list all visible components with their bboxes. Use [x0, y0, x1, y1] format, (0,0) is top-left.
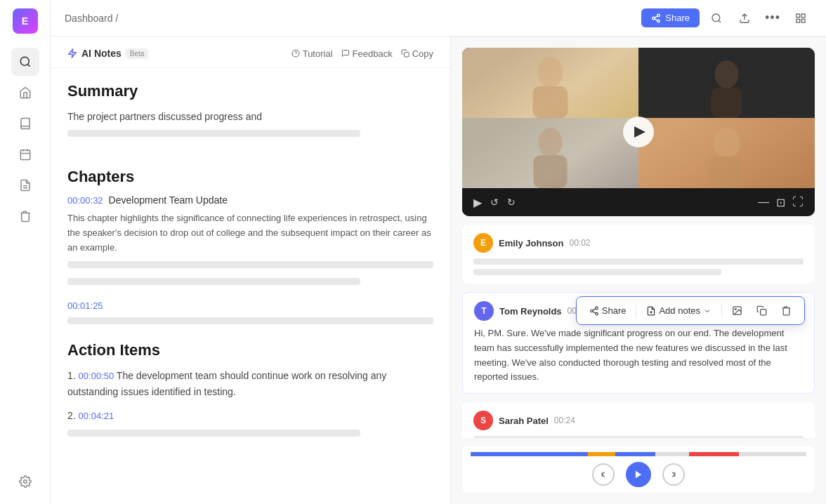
avatar-tom: T [474, 301, 494, 321]
video-fullscreen-small-btn[interactable]: ⊡ [776, 196, 785, 209]
comment-item-emily: E Emily Johnson 00:02 [462, 225, 815, 284]
toolbar-divider-1 [636, 304, 636, 318]
chapter-title-row-1: 00:00:32 Development Team Update [67, 194, 433, 206]
play-button[interactable] [623, 117, 654, 147]
avatar-emily: E [473, 233, 493, 253]
svg-point-33 [596, 307, 598, 310]
copy-toolbar-icon [756, 305, 767, 316]
progress-rewind-button[interactable] [592, 463, 615, 486]
svg-rect-30 [534, 155, 568, 188]
comment-header-sarah: S Sarah Patel 00:24 [473, 411, 804, 430]
content-area: AI Notes Beta Tutorial Feedback [51, 37, 826, 504]
ai-notes-title: AI Notes Beta [67, 48, 148, 59]
progress-track[interactable] [471, 452, 806, 456]
video-cell-1 [462, 48, 638, 118]
chapters-section: Chapters 00:00:32 Development Team Updat… [67, 168, 433, 324]
progress-forward-button[interactable] [662, 463, 685, 486]
upload-button[interactable] [733, 7, 756, 29]
chapter-1-title: Development Team Update [109, 194, 228, 206]
feedback-button[interactable]: Feedback [341, 48, 393, 59]
toolbar-image-button[interactable] [728, 303, 747, 319]
action-items-section: Action Items 1. 00:00:50 The development… [67, 341, 433, 437]
chapter-2-timestamp[interactable]: 00:01:25 [67, 300, 103, 311]
beta-badge: Beta [126, 48, 149, 59]
chevron-down-icon [703, 307, 712, 315]
svg-point-31 [714, 128, 740, 159]
notes-content: Summary The project partners discussed p… [51, 68, 450, 504]
video-forward-btn[interactable]: ↻ [507, 197, 516, 208]
comment-text-tom: Hi, PM. Sure. We've made significant pro… [474, 326, 803, 385]
play-icon [634, 126, 645, 138]
svg-point-14 [712, 14, 720, 22]
svg-rect-42 [761, 310, 766, 315]
sidebar-item-notes[interactable] [11, 171, 39, 199]
svg-rect-26 [533, 86, 568, 118]
toolbar-share-button[interactable]: Share [585, 303, 631, 319]
chapter-1-desc: This chapter highlights the significance… [67, 211, 433, 255]
sidebar-item-home[interactable] [11, 79, 39, 107]
toolbar-delete-button[interactable] [777, 303, 796, 319]
sidebar-item-trash[interactable] [11, 202, 39, 230]
main-area: Dashboard / Share ••• [51, 0, 826, 504]
video-play-btn[interactable]: ▶ [473, 196, 482, 209]
breadcrumb-home[interactable]: Dashboard [65, 13, 113, 24]
notes-header: AI Notes Beta Tutorial Feedback [51, 37, 450, 68]
svg-rect-18 [801, 14, 805, 18]
action-2-timestamp[interactable]: 00:04:21 [79, 411, 114, 421]
search-button[interactable] [705, 7, 728, 29]
toolbar-add-notes-button[interactable]: Add notes [642, 303, 716, 319]
svg-rect-2 [20, 150, 30, 160]
action-1-timestamp[interactable]: 00:00:50 [79, 371, 114, 381]
svg-line-12 [655, 18, 657, 20]
chapter-item-2: 00:01:25 [67, 299, 433, 324]
progress-segment-2 [588, 452, 615, 456]
video-fullscreen-btn[interactable]: ⛶ [792, 196, 804, 208]
progress-play-button[interactable] [626, 462, 651, 487]
svg-point-41 [735, 308, 736, 310]
copy-icon [401, 49, 409, 58]
chapter-1-placeholder-2 [67, 278, 360, 285]
comment-time-emily: 00:02 [569, 238, 590, 248]
progress-bar-container [462, 446, 815, 493]
comment-name-emily: Emily Johnson [499, 238, 563, 248]
chapter-1-timestamp[interactable]: 00:00:32 [67, 195, 103, 206]
feedback-icon [341, 49, 350, 58]
video-cell-4 [638, 118, 815, 188]
sidebar-item-search[interactable] [11, 48, 39, 76]
tutorial-button[interactable]: Tutorial [291, 48, 333, 59]
svg-marker-21 [69, 49, 77, 58]
progress-segment-1 [471, 452, 588, 456]
sidebar-item-settings[interactable] [11, 467, 39, 496]
svg-line-13 [655, 15, 657, 17]
chapter-item-1: 00:00:32 Development Team Update This ch… [67, 194, 433, 284]
share-button[interactable]: Share [641, 8, 700, 27]
layout-button[interactable] [789, 7, 812, 29]
video-rewind-btn[interactable]: ↺ [490, 197, 499, 208]
comment-name-tom: Tom Reynolds [499, 306, 562, 317]
svg-point-9 [657, 14, 660, 17]
video-volume-btn[interactable]: — [758, 196, 769, 208]
svg-point-8 [23, 480, 27, 484]
sidebar-item-calendar[interactable] [11, 140, 39, 168]
video-cell-3 [462, 118, 638, 188]
video-controls: ▶ ↺ ↻ — ⊡ ⛶ [462, 188, 815, 216]
more-button[interactable]: ••• [761, 7, 784, 29]
comment-time-sarah: 00:24 [554, 416, 575, 425]
toolbar-add-notes-label: Add notes [659, 305, 700, 316]
topbar-actions: Share ••• [641, 7, 812, 29]
progress-controls [471, 462, 806, 487]
toolbar-copy-button[interactable] [752, 303, 771, 319]
summary-title: Summary [67, 82, 433, 100]
copy-button[interactable]: Copy [401, 48, 433, 59]
progress-segment-3 [615, 452, 655, 456]
sidebar-item-library[interactable] [11, 110, 39, 138]
action-item-1: 1. 00:00:50 The development team should … [67, 368, 433, 399]
video-player: ▶ ↺ ↻ — ⊡ ⛶ [462, 48, 815, 216]
action-items-title: Action Items [67, 341, 433, 359]
chapters-title: Chapters [67, 168, 433, 186]
svg-point-25 [538, 57, 563, 88]
toolbar-divider-2 [721, 304, 722, 318]
svg-line-1 [27, 64, 29, 66]
svg-rect-28 [712, 88, 742, 118]
svg-point-11 [657, 20, 660, 22]
